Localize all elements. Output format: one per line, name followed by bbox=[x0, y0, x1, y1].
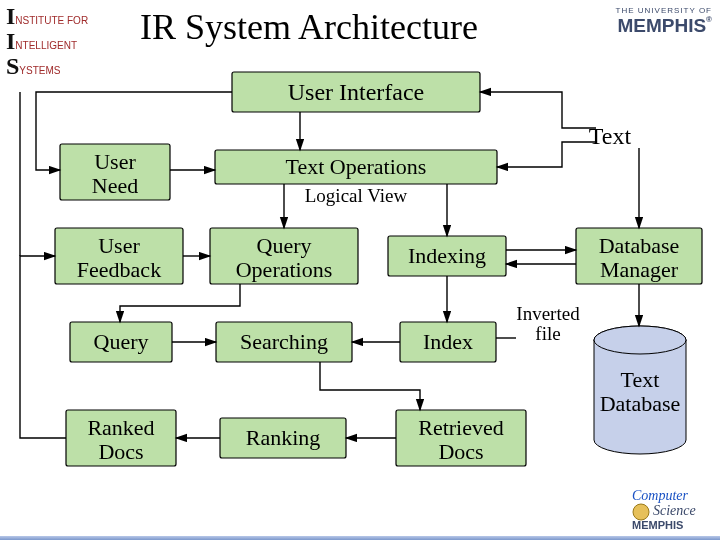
node-user-feedback: User bbox=[98, 233, 140, 258]
node-retrieved-docs: Retrieved bbox=[418, 415, 504, 440]
svg-text:Database: Database bbox=[600, 391, 681, 416]
slide-title: IR System Architecture bbox=[140, 6, 478, 48]
node-db-manager: Database bbox=[599, 233, 680, 258]
svg-text:Docs: Docs bbox=[98, 439, 143, 464]
node-ranking: Ranking bbox=[246, 425, 321, 450]
node-user-need: User bbox=[94, 149, 136, 174]
node-query: Query bbox=[94, 329, 149, 354]
node-indexing: Indexing bbox=[408, 243, 486, 268]
label-logical-view: Logical View bbox=[305, 185, 408, 206]
svg-text:file: file bbox=[535, 323, 560, 344]
svg-text:Docs: Docs bbox=[438, 439, 483, 464]
svg-text:Manager: Manager bbox=[600, 257, 679, 282]
label-text: Text bbox=[589, 123, 632, 149]
node-query-operations: Query bbox=[257, 233, 312, 258]
architecture-diagram: User Interface Text User Need Text Opera… bbox=[0, 60, 720, 505]
cs-memphis-badge: Computer Science MEMPHIS bbox=[632, 490, 714, 534]
node-text-operations: Text Operations bbox=[286, 154, 427, 179]
svg-point-21 bbox=[594, 326, 686, 354]
memphis-logo: THE UNIVERSITY OF MEMPHIS® bbox=[572, 6, 712, 37]
svg-text:Need: Need bbox=[92, 173, 138, 198]
institute-logo: INSTITUTE for INTELLIGENT SYSTEMS bbox=[6, 4, 114, 50]
node-ranked-docs: Ranked bbox=[87, 415, 154, 440]
svg-text:Feedback: Feedback bbox=[77, 257, 161, 282]
svg-text:Operations: Operations bbox=[236, 257, 333, 282]
node-searching: Searching bbox=[240, 329, 328, 354]
footer-accent-bar bbox=[0, 536, 720, 540]
node-user-interface: User Interface bbox=[288, 79, 425, 105]
globe-icon bbox=[632, 503, 650, 521]
svg-point-24 bbox=[633, 504, 649, 520]
svg-text:Text: Text bbox=[621, 367, 660, 392]
node-index: Index bbox=[423, 329, 473, 354]
node-text-database: Text Database bbox=[594, 326, 686, 454]
label-inverted-file: Inverted bbox=[516, 303, 580, 324]
